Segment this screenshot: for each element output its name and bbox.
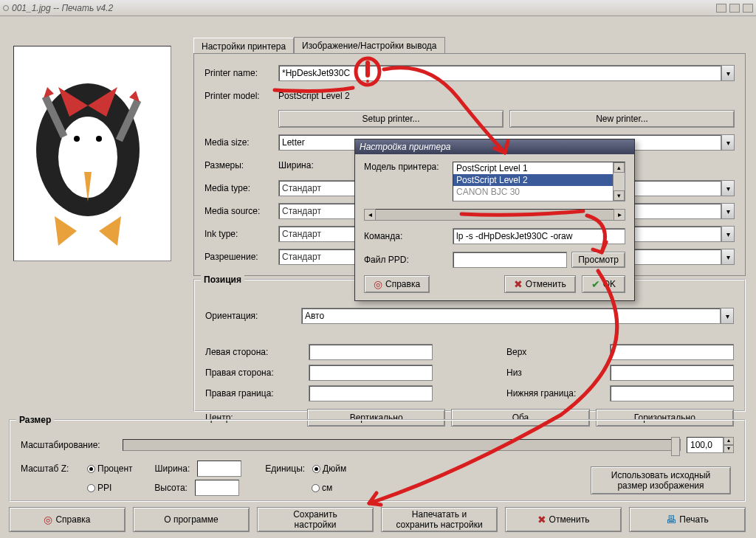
close-button[interactable]: [743, 4, 753, 13]
dimensions-label: Размеры:: [205, 160, 278, 170]
window-title: 001_1.jpg -- Печать v4.2: [12, 3, 113, 13]
radio-cm[interactable]: см: [312, 483, 332, 493]
media-size-label: Media size:: [205, 137, 278, 148]
about-button[interactable]: О программе: [133, 507, 250, 532]
right-border-input[interactable]: [309, 385, 433, 401]
scaling-value[interactable]: [687, 437, 724, 453]
radio-percent[interactable]: Процент: [87, 463, 133, 474]
new-printer-button[interactable]: New printer...: [509, 110, 735, 128]
cancel-button[interactable]: ✖Отменить: [505, 507, 622, 532]
popup-cancel-button[interactable]: ✖Отменить: [504, 275, 576, 293]
radio-ppi[interactable]: PPI: [87, 483, 111, 493]
cancel-icon: ✖: [514, 278, 523, 290]
right-border-label: Правая граница:: [205, 388, 301, 399]
scale-z-label: Масштаб Z:: [21, 463, 80, 474]
ppd-file-input[interactable]: [453, 252, 567, 268]
scroll-left-icon[interactable]: ◂: [364, 209, 376, 221]
spin-up-icon[interactable]: ▴: [724, 437, 734, 445]
dropdown-icon[interactable]: ▾: [721, 134, 735, 151]
printer-model-listbox[interactable]: PostScript Level 1 PostScript Level 2 CA…: [453, 162, 625, 201]
spin-down-icon[interactable]: ▾: [724, 445, 734, 453]
top-input[interactable]: [610, 344, 734, 360]
bottom-border-input[interactable]: [610, 385, 734, 401]
printer-setup-dialog[interactable]: Настройка принтера Модель принтера: Post…: [354, 139, 635, 301]
orientation-label: Ориентация:: [205, 311, 301, 321]
right-side-input[interactable]: [309, 365, 433, 381]
width-label: Ширина:: [278, 160, 323, 170]
use-original-size-button[interactable]: Использовать исходный размер изображения: [591, 466, 731, 494]
tab-label: Настройки принтера: [202, 41, 286, 52]
size-group: Размер Масштабирование: ▴▾ Масштаб Z: Пр…: [9, 419, 746, 502]
command-input[interactable]: [453, 228, 625, 244]
setup-printer-button[interactable]: Setup printer...: [278, 110, 504, 128]
dropdown-icon[interactable]: ▾: [721, 65, 735, 81]
height-input[interactable]: [195, 480, 239, 496]
dropdown-icon[interactable]: ▾: [721, 249, 735, 265]
popup-help-button[interactable]: ◎Справка: [364, 275, 430, 293]
scaling-spinner[interactable]: ▴▾: [687, 437, 734, 453]
width-label: Ширина:: [155, 463, 190, 474]
top-label: Верх: [506, 347, 602, 357]
ink-type-label: Ink type:: [205, 229, 278, 239]
print-button[interactable]: 🖶Печать: [629, 507, 746, 532]
scroll-up-icon[interactable]: ▴: [614, 162, 625, 173]
media-source-label: Media source:: [205, 206, 278, 216]
units-label: Единицы:: [265, 463, 305, 474]
dialog-title: Настройка принтера: [360, 142, 451, 152]
tab-printer-settings[interactable]: Настройки принтера: [193, 38, 294, 55]
save-settings-button[interactable]: Сохранить настройки: [257, 507, 374, 532]
dialog-titlebar[interactable]: Настройка принтера: [355, 139, 634, 154]
scroll-right-icon[interactable]: ▸: [614, 209, 625, 221]
minimize-button[interactable]: [716, 4, 726, 13]
svg-marker-5: [55, 216, 77, 246]
printer-model-label: Printer model:: [205, 91, 278, 101]
popup-command-label: Команда:: [364, 231, 453, 241]
bottom-input[interactable]: [610, 365, 734, 381]
right-side-label: Правая сторона:: [205, 368, 301, 378]
left-side-label: Левая сторона:: [205, 347, 301, 357]
help-button[interactable]: ◎Справка: [9, 507, 126, 532]
dropdown-icon[interactable]: ▾: [721, 308, 734, 324]
popup-ok-button[interactable]: ✔OK: [582, 275, 625, 293]
orientation-combo[interactable]: [301, 308, 721, 324]
printer-icon: 🖶: [666, 514, 676, 525]
printer-model-value: PostScript Level 2: [278, 91, 350, 101]
dropdown-icon[interactable]: ▾: [721, 180, 735, 196]
list-item[interactable]: CANON BJC 30: [453, 186, 625, 198]
browse-button[interactable]: Просмотр: [571, 252, 625, 268]
size-legend: Размер: [16, 415, 54, 425]
bottom-border-label: Нижняя граница:: [506, 388, 602, 399]
list-item[interactable]: PostScript Level 1: [453, 162, 625, 174]
svg-point-8: [74, 136, 80, 142]
lifebuoy-icon: ◎: [374, 278, 382, 290]
printer-name-combo[interactable]: [278, 65, 721, 81]
lifebuoy-icon: ◎: [44, 514, 52, 525]
tab-label: Изображение/Настройки вывода: [302, 41, 436, 51]
horizontal-scrollbar[interactable]: ◂▸: [364, 209, 625, 221]
svg-point-10: [96, 136, 102, 142]
dropdown-icon[interactable]: ▾: [721, 226, 735, 242]
bottom-label: Низ: [506, 368, 602, 378]
resolution-label: Разрешение:: [205, 252, 278, 262]
check-icon: ✔: [591, 278, 600, 290]
media-type-label: Media type:: [205, 183, 278, 193]
position-legend: Позиция: [201, 275, 244, 285]
cancel-icon: ✖: [537, 514, 546, 525]
maximize-button[interactable]: [729, 4, 740, 13]
width-input[interactable]: [197, 461, 241, 477]
footer-toolbar: ◎Справка О программе Сохранить настройки…: [9, 507, 746, 532]
print-preview: [13, 46, 171, 261]
window-menu-icon[interactable]: [3, 5, 9, 11]
popup-ppd-label: Файл PPD:: [364, 255, 453, 265]
printer-name-label: Printer name:: [205, 68, 278, 78]
tab-image-output[interactable]: Изображение/Настройки вывода: [294, 37, 444, 54]
radio-inch[interactable]: Дюйм: [312, 463, 346, 474]
dropdown-icon[interactable]: ▾: [721, 203, 735, 219]
height-label: Высота:: [154, 483, 188, 493]
scroll-down-icon[interactable]: ▾: [614, 190, 625, 201]
left-side-input[interactable]: [309, 344, 433, 360]
print-and-save-button[interactable]: Напечатать и сохранить настройки: [381, 507, 498, 532]
window-titlebar[interactable]: 001_1.jpg -- Печать v4.2: [0, 0, 756, 16]
scaling-slider[interactable]: [123, 439, 681, 451]
list-item[interactable]: PostScript Level 2: [453, 174, 625, 186]
